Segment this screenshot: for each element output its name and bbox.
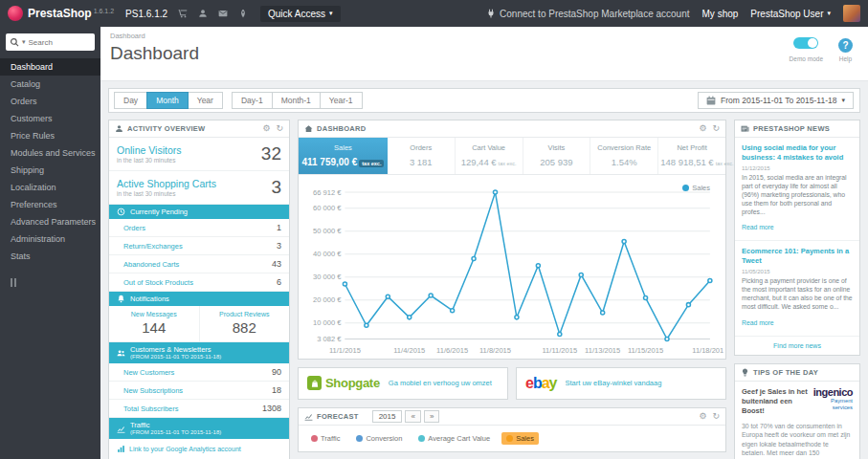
- pending-orders-row[interactable]: Orders 1: [109, 219, 289, 237]
- prestashop-logo-icon: [8, 6, 23, 21]
- date-range-picker[interactable]: From 2015-11-01 To 2015-11-18 ▾: [698, 92, 854, 109]
- filter-month-button[interactable]: Month: [146, 92, 189, 109]
- kpi-net-profit[interactable]: Net Profit 148 918,51 €tax exc.: [658, 138, 725, 174]
- kpi-orders[interactable]: Orders 3 181: [388, 138, 456, 174]
- news-article-excerpt: Picking a payment provider is one of the…: [742, 276, 853, 312]
- customer-icon[interactable]: [198, 9, 208, 18]
- online-visitors-row[interactable]: Online Visitors in the last 30 minutes 3…: [109, 138, 289, 171]
- kpi-cart-value[interactable]: Cart Value 129,44 €tax exc.: [456, 138, 523, 174]
- my-shop-link[interactable]: My shop: [702, 9, 739, 19]
- filter-day-1-button[interactable]: Day-1: [232, 92, 273, 109]
- plug-icon: [486, 9, 496, 18]
- svg-text:11/1/2015: 11/1/2015: [329, 346, 361, 355]
- out-of-stock-row[interactable]: Out of Stock Products 6: [109, 273, 289, 292]
- news-article-title[interactable]: Ecommerce 101: Payments in a Tweet: [742, 247, 853, 266]
- forecast-legend-average-cart-value[interactable]: Average Cart Value: [413, 432, 495, 445]
- prestashop-home-link[interactable]: PrestaShop 1.6.1.2: [0, 6, 114, 21]
- sidebar-item-orders[interactable]: Orders: [0, 93, 100, 110]
- filter-month-1-button[interactable]: Month-1: [272, 92, 321, 109]
- forecast-legend-conversion[interactable]: Conversion: [351, 432, 407, 445]
- svg-text:11/4/2015: 11/4/2015: [393, 346, 425, 355]
- shopgate-promo-link[interactable]: Ga mobiel en verhoog uw omzet: [389, 379, 492, 387]
- sidebar-item-customers[interactable]: Customers: [0, 110, 100, 127]
- panel-refresh-icon[interactable]: ↻: [712, 412, 720, 421]
- activity-panel-title: ACTIVITY OVERVIEW: [127, 124, 206, 133]
- chart-icon: [304, 412, 313, 421]
- panel-settings-icon[interactable]: ⚙: [699, 412, 706, 421]
- active-carts-row[interactable]: Active Shopping Carts in the last 30 min…: [109, 171, 289, 205]
- currently-pending-header: Currently Pending: [109, 205, 289, 219]
- sidebar-item-advanced-parameters[interactable]: Advanced Parameters: [0, 213, 100, 230]
- read-more-link[interactable]: Read more: [742, 224, 774, 230]
- pending-returns-row[interactable]: Return/Exchanges 3: [109, 237, 289, 255]
- help-icon[interactable]: ?: [838, 38, 853, 53]
- sidebar-item-stats[interactable]: Stats: [0, 248, 100, 265]
- tips-panel-header: TIPS OF THE DAY: [735, 364, 859, 382]
- panel-settings-icon[interactable]: ⚙: [262, 124, 270, 133]
- marketplace-connect-link[interactable]: Connect to PrestaShop Marketplace accoun…: [486, 9, 689, 19]
- sidebar-item-administration[interactable]: Administration: [0, 230, 100, 248]
- find-more-news-link[interactable]: Find more news: [735, 337, 859, 355]
- forecast-next-button[interactable]: »: [424, 410, 439, 423]
- forecast-panel: FORECAST 2015 « » ⚙↻ Traffic Co: [298, 407, 726, 452]
- read-more-link[interactable]: Read more: [742, 319, 774, 326]
- kpi-visits[interactable]: Visits 205 939: [523, 138, 591, 174]
- filter-day-button[interactable]: Day: [114, 92, 147, 109]
- new-subscriptions-row[interactable]: New Subscriptions 18: [109, 382, 289, 400]
- news-article: Ecommerce 101: Payments in a Tweet 11/05…: [735, 241, 859, 336]
- dashboard-column: DASHBOARD ⚙↻ Sales 411 759,00 €tax exc. …: [298, 120, 726, 459]
- sidebar-item-modules-and-services[interactable]: Modules and Services: [0, 144, 100, 162]
- new-messages-cell[interactable]: New Messages 144: [109, 306, 200, 341]
- legend-dot: [311, 435, 318, 442]
- sidebar-item-catalog[interactable]: Catalog: [0, 76, 100, 93]
- quick-access-menu[interactable]: Quick Access ▾: [260, 6, 341, 22]
- filter-year-button[interactable]: Year: [188, 92, 223, 109]
- page-header-actions: Demo mode ? Help: [790, 35, 853, 62]
- sidebar-item-dashboard[interactable]: Dashboard: [0, 58, 100, 76]
- kpi-conversion-rate[interactable]: Conversion Rate 1.54%: [590, 138, 658, 174]
- ebay-promo: ebay Start uw eBay-winkel vandaag: [516, 367, 726, 400]
- sidebar-item-preferences[interactable]: Preferences: [0, 196, 100, 213]
- kpi-sales[interactable]: Sales 411 759,00 €tax exc.: [299, 138, 388, 174]
- activity-column: ACTIVITY OVERVIEW ⚙↻ Online Visitors in …: [108, 120, 290, 459]
- abandoned-carts-row[interactable]: Abandoned Carts 43: [109, 255, 289, 273]
- forecast-prev-button[interactable]: «: [405, 410, 420, 423]
- search-type-caret[interactable]: ▾: [22, 38, 26, 46]
- forecast-year[interactable]: 2015: [372, 410, 403, 423]
- sidebar-collapse-button[interactable]: [11, 278, 100, 287]
- product-reviews-cell[interactable]: Product Reviews 882: [200, 306, 290, 341]
- sales-chart-legend: Sales: [682, 184, 710, 192]
- sidebar-item-shipping[interactable]: Shipping: [0, 162, 100, 179]
- panel-refresh-icon[interactable]: ↻: [712, 124, 720, 133]
- user-menu[interactable]: PrestaShop User ▾: [750, 9, 831, 19]
- forecast-legend-sales[interactable]: Sales: [501, 432, 539, 445]
- shop-version-link[interactable]: PS1.6.1.2: [125, 9, 167, 19]
- sidebar: ▾ Dashboard Catalog Orders Customers Pri…: [0, 27, 100, 459]
- demo-mode-toggle[interactable]: [793, 37, 818, 49]
- avatar[interactable]: [843, 5, 860, 22]
- sidebar-search[interactable]: ▾: [6, 33, 95, 51]
- online-visitors-value: 32: [261, 143, 281, 164]
- new-customers-row[interactable]: New Customers 90: [109, 363, 289, 382]
- svg-text:11/6/2015: 11/6/2015: [436, 346, 468, 355]
- filter-year-1-button[interactable]: Year-1: [320, 92, 363, 109]
- news-article-title[interactable]: Using social media for your business: 4 …: [742, 143, 853, 163]
- news-article-excerpt: In 2015, social media are an integral pa…: [742, 173, 853, 217]
- ebay-promo-link[interactable]: Start uw eBay-winkel vandaag: [566, 379, 662, 387]
- sidebar-item-localization[interactable]: Localization: [0, 179, 100, 196]
- google-analytics-link[interactable]: Link to your Google Analytics account: [109, 439, 289, 459]
- search-input[interactable]: [29, 38, 80, 47]
- topbar-right: Connect to PrestaShop Marketplace accoun…: [486, 5, 868, 22]
- total-subscribers-row[interactable]: Total Subscribers 1308: [109, 400, 289, 418]
- cart-icon[interactable]: [178, 9, 188, 18]
- panel-settings-icon[interactable]: ⚙: [699, 124, 706, 133]
- traffic-header: Traffic (FROM 2015-11-01 TO 2015-11-18): [109, 418, 289, 439]
- breadcrumb[interactable]: Dashboard: [110, 32, 858, 40]
- people-icon: [117, 349, 125, 358]
- forecast-legend-traffic[interactable]: Traffic: [306, 432, 345, 445]
- panel-refresh-icon[interactable]: ↻: [276, 124, 283, 133]
- sidebar-item-price-rules[interactable]: Price Rules: [0, 127, 100, 144]
- rocket-icon[interactable]: [238, 9, 248, 18]
- mail-icon[interactable]: [218, 9, 228, 18]
- shopgate-logo: Shopgate: [307, 376, 380, 390]
